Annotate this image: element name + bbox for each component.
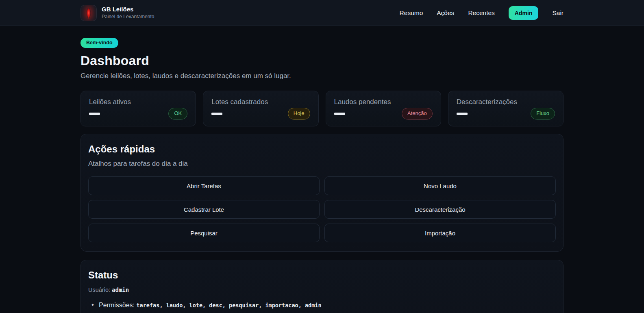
top-navbar: GB Leilões Painel de Levantamento Resumo… — [0, 0, 644, 26]
stat-label: Lotes cadastrados — [211, 98, 310, 106]
page-subtitle: Gerencie leilões, lotes, laudos e descar… — [80, 72, 564, 80]
stat-value-placeholder — [211, 113, 222, 115]
status-badge: Hoje — [288, 108, 310, 120]
status-item-value: tarefas, laudo, lote, desc, pesquisar, i… — [136, 302, 321, 309]
status-item-permissoes: Permissões: tarefas, laudo, lote, desc, … — [88, 300, 556, 310]
stat-label: Laudos pendentes — [334, 98, 433, 106]
app-subtitle: Painel de Levantamento — [102, 14, 154, 20]
quick-actions-subtitle: Atalhos para tarefas do dia a dia — [88, 160, 556, 168]
pesquisar-button[interactable]: Pesquisar — [88, 224, 320, 242]
status-user-line: Usuário: admin — [88, 287, 556, 293]
stats-row: Leilões ativos OK Lotes cadastrados Hoje… — [80, 91, 564, 126]
stat-value-placeholder — [457, 113, 468, 115]
app-logo-icon — [80, 5, 97, 21]
main-nav: Resumo Ações Recentes Admin Sair — [400, 6, 564, 20]
status-badge: Fluxo — [531, 108, 555, 120]
status-badge: Atenção — [402, 108, 433, 120]
stat-value-placeholder — [334, 113, 345, 115]
nav-link-resumo[interactable]: Resumo — [400, 9, 423, 17]
quick-actions-grid: Abrir Tarefas Novo Laudo Cadastrar Lote … — [88, 176, 556, 242]
welcome-badge: Bem-vindo — [80, 38, 118, 48]
status-item-label: Permissões: — [99, 302, 135, 309]
nav-link-sair[interactable]: Sair — [552, 9, 564, 17]
status-user-label: Usuário: — [88, 287, 110, 293]
importacao-button[interactable]: Importação — [324, 224, 556, 242]
novo-laudo-button[interactable]: Novo Laudo — [324, 176, 556, 195]
brand: GB Leilões Painel de Levantamento — [80, 5, 154, 21]
nav-link-recentes[interactable]: Recentes — [468, 9, 494, 17]
status-badge: OK — [168, 108, 187, 120]
stat-card-leiloes-ativos: Leilões ativos OK — [80, 91, 196, 126]
nav-link-acoes[interactable]: Ações — [437, 9, 454, 17]
stat-card-descaracterizacoes: Descaracterizações Fluxo — [448, 91, 564, 126]
main-content: Bem-vindo Dashboard Gerencie leilões, lo… — [80, 26, 564, 313]
quick-actions-panel: Ações rápidas Atalhos para tarefas do di… — [80, 134, 564, 252]
stat-card-laudos-pendentes: Laudos pendentes Atenção — [326, 91, 441, 126]
stat-value-placeholder — [89, 113, 100, 115]
page-title: Dashboard — [80, 53, 564, 68]
cadastrar-lote-button[interactable]: Cadastrar Lote — [88, 200, 320, 219]
status-list: Permissões: tarefas, laudo, lote, desc, … — [88, 300, 556, 313]
stat-label: Descaracterizações — [457, 98, 555, 106]
stat-label: Leilões ativos — [89, 98, 187, 106]
admin-badge[interactable]: Admin — [509, 6, 539, 20]
status-user-value: admin — [112, 287, 129, 293]
app-title: GB Leilões — [102, 6, 154, 13]
stat-card-lotes-cadastrados: Lotes cadastrados Hoje — [203, 91, 318, 126]
descaracterizacao-button[interactable]: Descaracterização — [324, 200, 556, 219]
abrir-tarefas-button[interactable]: Abrir Tarefas — [88, 176, 320, 195]
quick-actions-title: Ações rápidas — [88, 143, 556, 155]
status-title: Status — [88, 270, 556, 281]
status-panel: Status Usuário: admin Permissões: tarefa… — [80, 260, 564, 313]
